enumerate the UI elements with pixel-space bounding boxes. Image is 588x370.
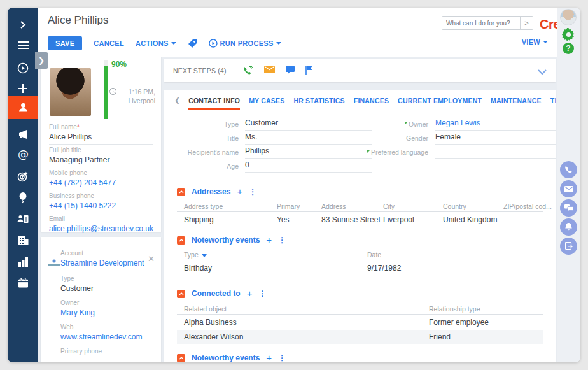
account-type-value: Customer xyxy=(60,284,153,295)
col-event-date[interactable]: Date xyxy=(367,251,381,259)
event-row[interactable] xyxy=(177,261,543,275)
flag-action-icon[interactable] xyxy=(305,66,312,75)
tag-icon[interactable] xyxy=(188,39,197,48)
run-process-nav-icon[interactable] xyxy=(8,57,38,79)
view-dropdown[interactable]: VIEW xyxy=(522,38,548,46)
recipient-name-value[interactable]: Phillips xyxy=(245,146,372,159)
actions-dropdown[interactable]: ACTIONS xyxy=(136,39,176,47)
search-go-button[interactable]: > xyxy=(520,17,533,29)
accounts-nav-icon[interactable] xyxy=(8,230,38,252)
tab-my-cases[interactable]: MY CASES xyxy=(244,91,289,110)
collapse-panel-chevron-icon[interactable]: ❯ xyxy=(35,52,48,69)
tab-timeline[interactable]: TIMELINE xyxy=(546,91,556,110)
add-event-button[interactable]: + xyxy=(266,236,272,244)
dashboards-nav-icon[interactable] xyxy=(8,251,38,273)
email-action-envelope-icon[interactable] xyxy=(264,66,275,75)
run-process-button[interactable]: RUN PROCESS xyxy=(209,39,281,48)
cancel-button[interactable]: CANCEL xyxy=(94,39,124,47)
collapse-section-icon[interactable] xyxy=(177,188,185,196)
account-owner-value[interactable]: Mary King xyxy=(60,308,153,320)
feed-fab-icon[interactable] xyxy=(560,238,577,255)
col-city[interactable]: City xyxy=(383,203,395,210)
email-nav-icon[interactable]: @ xyxy=(8,144,38,166)
user-avatar[interactable] xyxy=(560,9,577,25)
opportunities-nav-icon[interactable] xyxy=(8,187,38,209)
preferred-language-value[interactable] xyxy=(435,146,556,159)
notifications-fab-bell-icon[interactable] xyxy=(560,218,577,236)
tab-hr-statistics[interactable]: HR STATISTICS xyxy=(289,91,349,110)
cell-relationship-type[interactable]: Friend xyxy=(429,332,451,341)
add-address-button[interactable]: + xyxy=(237,188,242,196)
local-time-value: 1:16 PM, xyxy=(129,88,155,96)
age-value[interactable]: 0 xyxy=(245,160,372,173)
tab-contact-info[interactable]: CONTACT INFO xyxy=(184,91,244,110)
add-connection-button[interactable]: + xyxy=(247,290,253,297)
col-country[interactable]: Country xyxy=(443,203,466,210)
mobile-phone-value[interactable]: +44 (782) 204 5477 xyxy=(49,178,153,190)
noteworthy-section-title: Noteworthy events xyxy=(192,236,260,245)
chat-fab-icon[interactable] xyxy=(560,199,577,217)
col-primary[interactable]: Primary xyxy=(277,203,300,210)
noteworthy-menu-dots-icon[interactable]: ⋮ xyxy=(278,236,286,245)
contact-photo[interactable] xyxy=(50,68,91,116)
account-name[interactable]: Streamline Development xyxy=(60,259,153,270)
expand-panel-icon[interactable] xyxy=(8,14,38,36)
calendar-nav-icon[interactable] xyxy=(8,272,38,294)
tabs-scroll-left-icon[interactable]: ❮ xyxy=(171,96,184,104)
menu-hamburger-icon[interactable] xyxy=(8,34,38,56)
email-value[interactable]: alice.phillips@streamdev.co.uk xyxy=(49,224,153,236)
local-city: Liverpool xyxy=(128,97,155,104)
account-web-value[interactable]: www.streamlinedev.com xyxy=(60,332,153,344)
business-phone-value[interactable]: +44 (15) 1440 5222 xyxy=(49,201,153,213)
tab-finances[interactable]: FINANCES xyxy=(349,91,393,110)
play-circle-icon xyxy=(209,39,218,48)
title-value[interactable]: Ms. xyxy=(245,132,372,145)
cell-address[interactable]: 83 Sunrise Street xyxy=(321,215,381,224)
col-zip[interactable]: ZIP/postal cod... xyxy=(503,203,552,210)
noteworthy2-menu-dots-icon[interactable]: ⋮ xyxy=(278,353,286,362)
search-input[interactable] xyxy=(442,20,520,27)
campaigns-nav-icon[interactable] xyxy=(8,124,38,145)
add-event-button[interactable]: + xyxy=(266,354,272,362)
tab-current-employment[interactable]: CURRENT EMPLOYMENT xyxy=(393,91,486,110)
cell-related-object[interactable]: Alpha Business xyxy=(184,318,237,327)
col-relationship-type[interactable]: Relationship type xyxy=(429,305,480,313)
col-address[interactable]: Address xyxy=(321,203,346,210)
col-event-type[interactable]: Type xyxy=(184,251,207,259)
type-value[interactable]: Customer xyxy=(245,118,372,131)
col-address-type[interactable]: Address type xyxy=(184,203,223,210)
call-action-phone-icon[interactable] xyxy=(243,66,253,75)
addresses-menu-dots-icon[interactable]: ⋮ xyxy=(249,187,256,196)
cell-address-type[interactable]: Shipping xyxy=(184,215,214,224)
col-related-object[interactable]: Related object xyxy=(184,305,227,313)
owner-value[interactable]: Megan Lewis xyxy=(435,118,556,131)
collapse-section-icon[interactable] xyxy=(177,236,185,245)
collapse-section-icon[interactable] xyxy=(177,354,185,362)
cell-event-date[interactable]: 9/17/1982 xyxy=(367,264,401,273)
marketing-plans-nav-icon[interactable] xyxy=(8,166,38,187)
cell-relationship-type[interactable]: Former employee xyxy=(429,318,489,327)
cell-related-object[interactable]: Alexander Wilson xyxy=(184,332,243,341)
cell-city[interactable]: Liverpool xyxy=(383,215,414,224)
connected-menu-dots-icon[interactable]: ⋮ xyxy=(258,289,266,298)
cell-primary[interactable]: Yes xyxy=(277,215,290,224)
full-name-value[interactable]: Alice Phillips xyxy=(49,132,153,145)
cell-event-type[interactable]: Birthday xyxy=(184,264,212,273)
chat-action-icon[interactable] xyxy=(286,66,295,75)
call-fab-phone-icon[interactable] xyxy=(560,161,577,178)
settings-gear-icon[interactable] xyxy=(562,28,575,44)
tab-maintenance[interactable]: MAINTENANCE xyxy=(486,91,546,110)
cell-country[interactable]: United Kingdom xyxy=(443,215,497,224)
help-icon[interactable]: ? xyxy=(563,43,574,54)
chevron-down-icon xyxy=(276,42,281,45)
save-button[interactable]: SAVE xyxy=(48,36,82,50)
connected-section-header: Connected to + ⋮ xyxy=(177,289,266,298)
contacts-nav-icon[interactable] xyxy=(8,96,38,119)
account-type-label: Type xyxy=(60,275,153,282)
email-fab-envelope-icon[interactable] xyxy=(560,180,577,197)
job-title-value[interactable]: Managing Partner xyxy=(49,155,153,167)
collapse-next-steps-chevron-icon[interactable] xyxy=(538,66,547,78)
audience-nav-icon[interactable] xyxy=(8,208,38,230)
gender-value[interactable]: Female xyxy=(435,132,556,145)
collapse-section-icon[interactable] xyxy=(177,290,185,298)
